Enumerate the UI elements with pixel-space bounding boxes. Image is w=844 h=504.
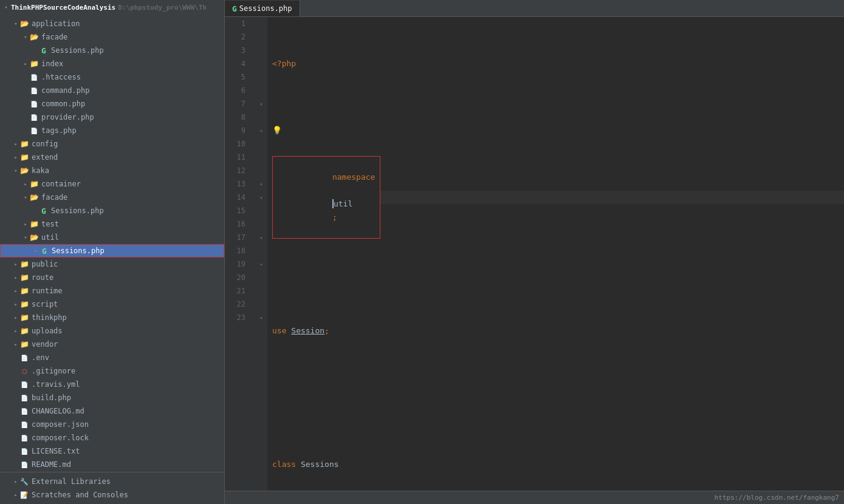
editor-body[interactable]: 1 2 3 4 5 6 7 8 9 10 11 12 13 14 15 16 1… [225, 17, 844, 491]
sidebar-item-index[interactable]: index [0, 57, 224, 70]
editor-area: G Sessions.php 1 2 3 4 5 6 7 8 9 10 11 1… [225, 0, 844, 504]
container-label: container [41, 180, 81, 188]
vendor-label: vendor [32, 340, 58, 349]
gutter-19[interactable]: ▾ [255, 257, 267, 271]
gutter-1 [255, 17, 267, 30]
gutter-10 [255, 137, 267, 151]
sidebar-item-composer-json[interactable]: 📄 composer.json [0, 418, 224, 431]
script-label: script [32, 300, 58, 308]
thinkphp-arrow [12, 314, 19, 321]
sidebar-item-facade-kaka[interactable]: facade [0, 191, 224, 204]
use-keyword: use [272, 324, 286, 338]
sidebar-item-runtime[interactable]: runtime [0, 284, 224, 298]
gutter-7[interactable]: ▾ [255, 97, 267, 111]
sidebar-item-external-libs[interactable]: 🔧 External Libraries [0, 475, 224, 488]
sidebar-item-route[interactable]: route [0, 271, 224, 284]
sidebar-item-test[interactable]: test [0, 217, 224, 231]
line-num-2: 2 [225, 30, 250, 44]
runtime-label: runtime [32, 287, 63, 295]
common-icon: 📄 [29, 99, 39, 109]
sidebar-item-script[interactable]: script [0, 298, 224, 311]
gutter-15 [255, 204, 267, 217]
sidebar-item-sessions-kaka[interactable]: G Sessions.php [0, 204, 224, 217]
sidebar-item-scratches[interactable]: 📝 Scratches and Consoles [0, 488, 224, 502]
sidebar-item-gitignore[interactable]: ⬡ .gitignore [0, 364, 224, 378]
sidebar-item-config[interactable]: config [0, 137, 224, 151]
container-arrow [22, 180, 29, 188]
extend-folder-icon [19, 152, 29, 162]
code-line-4 [272, 257, 844, 271]
sidebar-item-public[interactable]: public [0, 257, 224, 271]
line-num-1: 1 [225, 17, 250, 30]
gutter-6 [255, 84, 267, 97]
project-title: ThinkPHPSourceCodeAnalysis D:\phpstudy_p… [0, 0, 224, 15]
sidebar-item-facade[interactable]: facade [0, 30, 224, 44]
sidebar-item-sessions-util[interactable]: G Sessions.php [0, 244, 224, 257]
test-folder-icon [29, 219, 39, 229]
ext-libs-icon: 🔧 [19, 477, 29, 486]
line-num-6: 6 [225, 84, 250, 97]
index-folder-icon [29, 59, 39, 69]
gutter-16 [255, 217, 267, 231]
sidebar-item-container[interactable]: container [0, 177, 224, 191]
route-folder-icon [19, 273, 29, 282]
route-arrow [12, 274, 19, 281]
project-arrow[interactable] [2, 4, 10, 11]
code-line-6 [272, 391, 844, 404]
sidebar-item-license[interactable]: 📄 LICENSE.txt [0, 444, 224, 458]
use-space [286, 324, 291, 338]
gutter-23[interactable]: ▾ [255, 311, 267, 324]
sidebar-item-env[interactable]: 📄 .env [0, 351, 224, 364]
gutter-4 [255, 57, 267, 70]
util-label: util [41, 233, 59, 242]
sidebar-item-build[interactable]: 📄 build.php [0, 391, 224, 404]
editor-tabs: G Sessions.php [225, 0, 844, 17]
sidebar-item-uploads[interactable]: uploads [0, 324, 224, 338]
sidebar-item-extend[interactable]: extend [0, 151, 224, 164]
extend-arrow [12, 154, 19, 161]
sidebar-item-util[interactable]: util [0, 231, 224, 244]
thinkphp-label: thinkphp [32, 313, 67, 322]
code-content[interactable]: <?php 💡 namespace util ; [267, 17, 844, 491]
runtime-arrow [12, 287, 19, 295]
gutter-14[interactable]: ▾ [255, 191, 267, 204]
sidebar-item-kaka[interactable]: kaka [0, 164, 224, 177]
editor-tab-sessions[interactable]: G Sessions.php [225, 1, 300, 16]
line-num-16: 16 [225, 217, 250, 231]
main-layout: ThinkPHPSourceCodeAnalysis D:\phpstudy_p… [0, 0, 844, 504]
provider-icon: 📄 [29, 112, 39, 122]
gutter-17[interactable]: ▾ [255, 231, 267, 244]
gutter-5 [255, 70, 267, 84]
line-num-14: 14 [225, 191, 250, 204]
kaka-arrow [12, 167, 19, 174]
sidebar-item-application[interactable]: application [0, 17, 224, 30]
sidebar-item-readme[interactable]: 📄 README.md [0, 458, 224, 471]
use-semicolon: ; [324, 324, 329, 338]
uploads-folder-icon [19, 326, 29, 336]
build-label: build.php [32, 393, 71, 402]
line-num-15: 15 [225, 204, 250, 217]
sidebar-item-travis[interactable]: 📄 .travis.yml [0, 378, 224, 391]
sidebar-item-vendor[interactable]: vendor [0, 338, 224, 351]
code-line-2: 💡 [272, 124, 844, 137]
env-icon: 📄 [19, 353, 29, 363]
sidebar-item-changelog[interactable]: 📄 CHANGELOG.md [0, 404, 224, 418]
gutter-13[interactable]: ▾ [255, 177, 267, 191]
line-num-5: 5 [225, 70, 250, 84]
sidebar-item-command[interactable]: 📄 command.php [0, 84, 224, 97]
gutter-9[interactable]: ▾ [255, 124, 267, 137]
sidebar-item-composer-lock[interactable]: 📄 composer.lock [0, 431, 224, 444]
sidebar-item-sessions-facade[interactable]: G Sessions.php [0, 44, 224, 57]
gutter-2 [255, 30, 267, 44]
sidebar-item-provider[interactable]: 📄 provider.php [0, 111, 224, 124]
ext-libs-label: External Libraries [32, 477, 111, 486]
sidebar-item-thinkphp[interactable]: thinkphp [0, 311, 224, 324]
sidebar-item-common[interactable]: 📄 common.php [0, 97, 224, 111]
sidebar-item-tags[interactable]: 📄 tags.php [0, 124, 224, 137]
license-icon: 📄 [19, 446, 29, 456]
sidebar-item-htaccess[interactable]: 📄 .htaccess [0, 70, 224, 84]
public-arrow [12, 261, 19, 268]
gutter-8 [255, 111, 267, 124]
util-folder-icon [29, 233, 39, 242]
sidebar: ThinkPHPSourceCodeAnalysis D:\phpstudy_p… [0, 0, 225, 504]
